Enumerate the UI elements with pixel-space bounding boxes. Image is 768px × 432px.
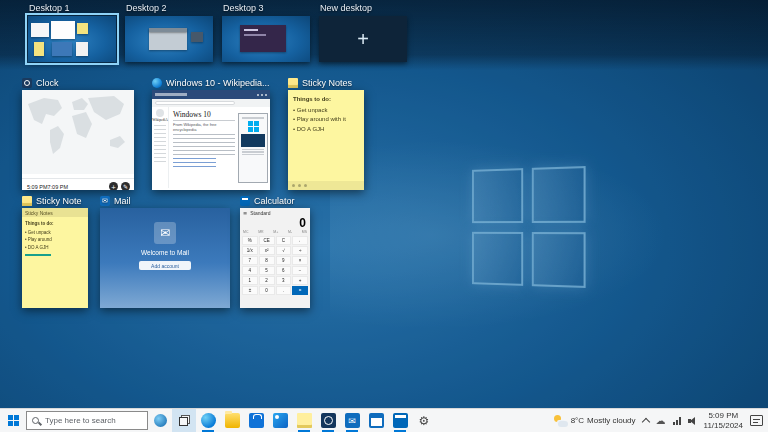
calculator-key: 9 [276, 256, 292, 265]
note-item: • Play around with it [293, 115, 359, 125]
note-item: • DO A GJH [293, 125, 359, 135]
memory-key: M+ [273, 230, 278, 234]
window-title: Mail [114, 196, 131, 206]
article-text-lines [173, 134, 235, 156]
window-card-sticky-notes[interactable]: Sticky Notes Things to do: • Get unpack•… [288, 76, 364, 190]
calculator-key: % [242, 236, 258, 245]
tray-date: 11/15/2024 [704, 421, 743, 431]
taskbar-button-mail[interactable] [340, 409, 364, 432]
task-view-screen: Desktop 1 Desktop 2 Desktop 3 New deskto… [0, 0, 768, 432]
sticky-note-thumbnail[interactable]: Sticky Notes Things to do: • Get unpack•… [22, 208, 88, 308]
desktop-1-thumbnail[interactable] [28, 16, 116, 62]
cortana-icon [154, 414, 167, 427]
mail-app-icon [100, 196, 110, 206]
sticky-notes-icon [297, 413, 312, 428]
calculator-key: ← [292, 236, 308, 245]
article-link-lines [173, 158, 216, 168]
note-items: • Get unpack• Play around• DO A GJH [25, 229, 85, 252]
new-desktop-label: New desktop [320, 3, 407, 13]
desktop-2-label: Desktop 2 [126, 3, 213, 13]
window-title-row: Sticky Notes [288, 76, 364, 90]
window-card-clock[interactable]: Clock 5:09 PM7:09 PM + ✎ [22, 76, 134, 190]
action-center-icon[interactable] [750, 415, 763, 426]
calculator-key: CE [259, 236, 275, 245]
window-title: Windows 10 - Wikipedia... [166, 78, 270, 88]
taskbar-clock[interactable]: 5:09 PM 11/15/2024 [704, 411, 743, 430]
desktop-3[interactable]: Desktop 3 [222, 3, 310, 62]
network-icon[interactable] [673, 417, 681, 425]
desktop-1[interactable]: Desktop 1 [28, 3, 116, 62]
taskbar-button-sticky-notes[interactable] [292, 409, 316, 432]
taskbar-button-calculator[interactable] [388, 409, 412, 432]
task-view-button[interactable] [172, 409, 196, 432]
onedrive-icon[interactable]: ☁ [656, 416, 666, 426]
taskbar-button-store[interactable] [244, 409, 268, 432]
mail-icon [345, 413, 360, 428]
wikipedia-page: WikipediA Windows 10 From Wikipedia, the… [152, 107, 270, 188]
note-item: • Play around [25, 236, 85, 244]
url-field [155, 101, 235, 105]
weather-text: Mostly cloudy [587, 416, 635, 425]
new-desktop[interactable]: New desktop [319, 3, 407, 62]
taskbar-search[interactable] [26, 411, 148, 430]
window-card-browser[interactable]: Windows 10 - Wikipedia... WikipediA Wind… [152, 76, 270, 190]
store-icon [249, 413, 264, 428]
clock-thumbnail[interactable]: 5:09 PM7:09 PM + ✎ [22, 90, 134, 190]
browser-thumbnail[interactable]: WikipediA Windows 10 From Wikipedia, the… [152, 90, 270, 190]
desktop-2[interactable]: Desktop 2 [125, 3, 213, 62]
photos-icon [273, 413, 288, 428]
screenshot-image [241, 134, 265, 147]
window-card-calculator[interactable]: Calculator Standard 0 MCMRM+M-MS %CEC←1/… [240, 194, 310, 308]
mini-window [76, 42, 88, 56]
calculator-key: ÷ [292, 246, 308, 255]
system-tray: 8°C Mostly cloudy ☁ 5:09 PM 11/15/2024 [554, 409, 768, 432]
window-title: Sticky Notes [302, 78, 352, 88]
calculator-key: x² [259, 246, 275, 255]
sticky-notes-thumbnail[interactable]: Things to do: • Get unpack• Play around … [288, 90, 364, 190]
window-card-mail[interactable]: Mail Welcome to Mail Add account [100, 194, 230, 308]
start-button[interactable] [0, 409, 26, 432]
window-card-sticky-note-small[interactable]: Sticky Note Sticky Notes Things to do: •… [22, 194, 88, 308]
article-body: Windows 10 From Wikipedia, the free ency… [173, 110, 235, 168]
calculator-key: 1 [242, 276, 258, 285]
mini-window [191, 32, 203, 42]
sticky-note-toolbar [288, 181, 364, 190]
tray-time: 5:09 PM [704, 411, 743, 421]
taskbar-button-edge[interactable] [196, 409, 220, 432]
weather-widget[interactable]: 8°C Mostly cloudy [554, 415, 636, 427]
calculator-key: ± [242, 286, 258, 295]
calculator-key: √ [276, 246, 292, 255]
desktop-2-thumbnail[interactable] [125, 16, 213, 62]
window-title-row: Calculator [240, 194, 310, 208]
mail-thumbnail[interactable]: Welcome to Mail Add account [100, 208, 230, 308]
calculator-key: 5 [259, 266, 275, 275]
cortana-button[interactable] [148, 409, 172, 432]
calculator-icon [393, 413, 408, 428]
taskbar-button-settings[interactable] [412, 409, 436, 432]
new-desktop-button[interactable] [319, 16, 407, 62]
memory-key: MR [258, 230, 263, 234]
window-title-row: Mail [100, 194, 230, 208]
window-title-row: Clock [22, 76, 134, 90]
clock-times-bar: 5:09 PM7:09 PM + ✎ [22, 178, 134, 190]
search-input[interactable] [43, 415, 135, 426]
desktop-3-thumbnail[interactable] [222, 16, 310, 62]
taskbar-button-photos[interactable] [268, 409, 292, 432]
calendar-icon [369, 413, 384, 428]
taskbar-button-calendar[interactable] [364, 409, 388, 432]
taskbar-button-file-explorer[interactable] [220, 409, 244, 432]
desktop-3-label: Desktop 3 [223, 3, 310, 13]
calculator-thumbnail[interactable]: Standard 0 MCMRM+M-MS %CEC←1/xx²√÷789×45… [240, 208, 310, 308]
hidden-icons-chevron[interactable] [641, 417, 649, 425]
note-content: Things to do: • Get unpack• Play around•… [22, 217, 88, 261]
calculator-mode: Standard [250, 210, 270, 216]
world-map [22, 90, 134, 174]
task-view-icon [179, 415, 190, 426]
add-clock-icon: + [109, 182, 118, 190]
taskbar-button-clock[interactable] [316, 409, 340, 432]
calculator-key: × [292, 256, 308, 265]
volume-icon[interactable] [688, 416, 697, 425]
file-explorer-icon [225, 413, 240, 428]
mini-window [149, 28, 187, 32]
window-title: Sticky Note [36, 196, 82, 206]
